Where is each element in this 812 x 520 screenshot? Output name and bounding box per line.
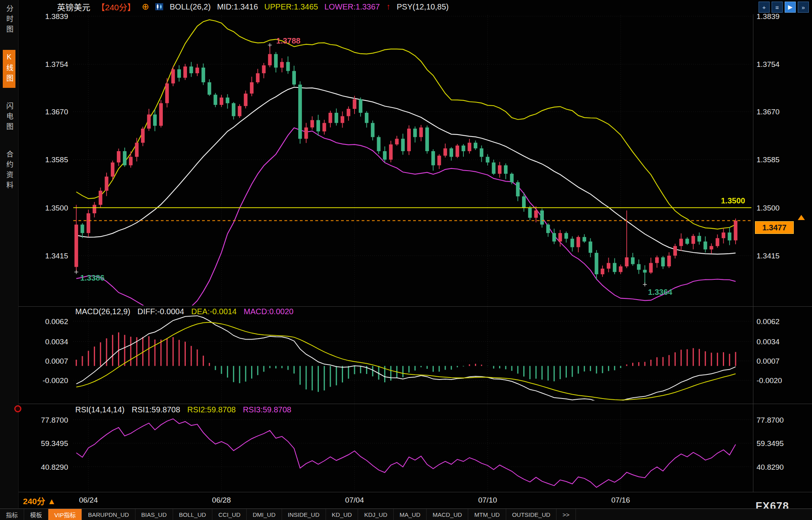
rsi-panel — [76, 419, 736, 487]
header-bar: 英镑美元 【240分】 ⊕ BOLL(26,2) MID:1.3416 UPPE… — [18, 0, 449, 13]
add-indicator-icon[interactable]: ⊕ — [142, 2, 149, 11]
panel-separators — [18, 14, 812, 492]
price-annotation: 1.3788 — [276, 36, 300, 45]
boll-lower-line — [76, 128, 736, 316]
svg-text:1.3500: 1.3500 — [45, 204, 68, 212]
tab-13[interactable]: MACD_UD — [427, 509, 468, 520]
tab-4[interactable]: BARUPDN_UD — [82, 509, 135, 520]
tab-12[interactable]: MA_UD — [394, 509, 427, 520]
svg-text:1.3585: 1.3585 — [757, 156, 780, 164]
svg-text:59.3495: 59.3495 — [757, 439, 784, 448]
svg-text:77.8700: 77.8700 — [41, 416, 68, 424]
macd-dea-value: DEA:-0.0014 — [191, 307, 237, 316]
candlestick-icon — [155, 3, 163, 10]
boll-mid-line — [76, 87, 736, 254]
boll-upper-value: UPPER:1.3465 — [264, 2, 318, 11]
svg-text:1.3415: 1.3415 — [45, 252, 68, 260]
up-arrow-icon: ↑ — [386, 2, 391, 11]
candle-chart-icon[interactable]: ▶ — [785, 2, 796, 13]
sidebar-item-2[interactable]: K线图 — [3, 50, 15, 88]
svg-text:77.8700: 77.8700 — [757, 416, 784, 424]
svg-text:0.0034: 0.0034 — [757, 338, 780, 346]
macd-header: MACD(26,12,9) DIFF:-0.0004 DEA:-0.0014 M… — [75, 307, 294, 316]
svg-text:0.0062: 0.0062 — [757, 317, 780, 326]
tab-14[interactable]: MTM_UD — [468, 509, 506, 520]
alert-dot-icon — [14, 405, 21, 412]
svg-text:06/28: 06/28 — [212, 496, 231, 504]
tab-3[interactable]: VIP指标 — [48, 509, 82, 520]
tab-8[interactable]: DMI_UD — [247, 509, 282, 520]
rsi3-value: RSI3:59.8708 — [243, 405, 291, 414]
svg-text:1.3754: 1.3754 — [757, 60, 780, 68]
svg-text:0.0007: 0.0007 — [757, 357, 780, 365]
next-page-icon[interactable]: » — [798, 2, 809, 13]
rsi1-value: RSI1:59.8708 — [132, 405, 180, 414]
tab-6[interactable]: BOLL_UD — [173, 509, 212, 520]
rsi-header: RSI(14,14,14) RSI1:59.8708 RSI2:59.8708 … — [75, 405, 292, 414]
svg-text:06/24: 06/24 — [79, 496, 98, 504]
svg-text:-0.0020: -0.0020 — [757, 376, 782, 385]
chart-canvas[interactable]: 1.37881.33861.33641.38391.38391.37541.37… — [0, 0, 812, 509]
tab-5[interactable]: BIAS_UD — [135, 509, 173, 520]
resistance-price-label: 1.3500 — [721, 196, 745, 205]
indicator-tab-bar: 指标模板VIP指标BARUPDN_UDBIAS_UDBOLL_UDCCI_UDD… — [0, 509, 812, 520]
boll-label: BOLL(26,2) — [170, 2, 210, 11]
period-tag[interactable]: 【240分】 — [97, 1, 135, 13]
svg-text:1.3670: 1.3670 — [45, 108, 68, 116]
svg-text:07/04: 07/04 — [345, 496, 364, 504]
svg-text:0.0007: 0.0007 — [45, 357, 68, 365]
tab-7[interactable]: CCI_UD — [212, 509, 247, 520]
tab-15[interactable]: OUTSIDE_UD — [506, 509, 557, 520]
rsi2-value: RSI2:59.8708 — [187, 405, 236, 414]
tab-10[interactable]: KD_UD — [326, 509, 358, 520]
price-annotation: 1.3364 — [648, 288, 673, 296]
svg-text:1.3500: 1.3500 — [757, 204, 780, 212]
svg-text:1.3754: 1.3754 — [45, 60, 69, 68]
svg-text:59.3495: 59.3495 — [41, 439, 68, 448]
svg-text:1.3415: 1.3415 — [757, 252, 780, 260]
sidebar-item-4[interactable]: 合约资料 — [3, 147, 15, 195]
macd-name: MACD(26,12,9) — [75, 307, 130, 316]
svg-text:0.0062: 0.0062 — [45, 317, 68, 326]
boll-upper-line — [76, 20, 736, 229]
timeframe-selector[interactable]: 240分 ▲ — [23, 495, 56, 507]
macd-bar-value: MACD:0.0020 — [244, 307, 294, 316]
macd-panel — [76, 316, 736, 402]
svg-text:40.8290: 40.8290 — [41, 463, 68, 471]
tab-16[interactable]: >> — [557, 509, 576, 520]
tab-9[interactable]: INSIDE_UD — [282, 509, 326, 520]
tab-11[interactable]: KDJ_UD — [358, 509, 393, 520]
svg-text:07/16: 07/16 — [611, 496, 630, 504]
svg-text:40.8290: 40.8290 — [757, 463, 784, 471]
chart-type-sidebar: 分时图K线图闪电图合约资料 — [0, 0, 19, 508]
macd-diff-line — [76, 316, 736, 402]
boll-lower-value: LOWER:1.3367 — [324, 2, 380, 11]
svg-text:1.3585: 1.3585 — [45, 156, 68, 164]
rsi-line — [76, 419, 736, 487]
trading-app-window: 1.37881.33861.33641.38391.38391.37541.37… — [0, 0, 812, 520]
current-price-box: 1.3477 — [755, 221, 794, 234]
tab-2[interactable]: 模板 — [24, 509, 48, 520]
sidebar-item-3[interactable]: 闪电图 — [3, 99, 15, 136]
svg-text:0.0034: 0.0034 — [45, 338, 69, 346]
crosshair-icon[interactable]: + — [759, 2, 770, 13]
symbol-title: 英镑美元 — [57, 1, 90, 13]
macd-dea-line — [76, 323, 736, 400]
macd-diff-value: DIFF:-0.0004 — [137, 307, 184, 316]
timeframe-arrow-icon: ▲ — [48, 497, 56, 506]
rsi-name: RSI(14,14,14) — [75, 405, 125, 414]
price-annotation: 1.3386 — [80, 273, 105, 282]
panes-layout-icon[interactable]: ≡ — [772, 2, 783, 13]
psy-label: PSY(12,10,85) — [396, 2, 448, 11]
svg-text:1.3839: 1.3839 — [757, 12, 780, 21]
timeframe-label: 240分 — [23, 497, 45, 506]
tab-1[interactable]: 指标 — [0, 509, 24, 520]
header-toolbar: +≡▶» — [759, 2, 809, 13]
boll-mid-value: MID:1.3416 — [217, 2, 258, 11]
sidebar-item-1[interactable]: 分时图 — [3, 2, 15, 39]
svg-text:07/10: 07/10 — [478, 496, 497, 504]
candles-layer — [74, 45, 738, 285]
price-annotations: 1.37881.33861.3364 — [74, 36, 673, 296]
svg-text:1.3839: 1.3839 — [45, 12, 68, 21]
price-up-arrow-icon — [798, 215, 805, 220]
